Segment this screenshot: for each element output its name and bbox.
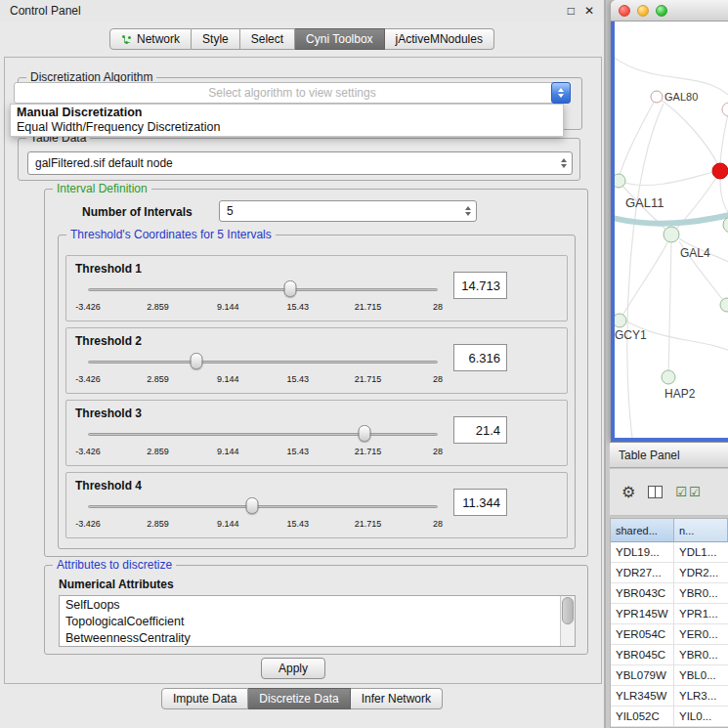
threshold-4-box: Threshold 4-3.4262.8599.14415.4321.71528…	[65, 472, 568, 538]
network-node[interactable]	[723, 217, 728, 233]
slider-thumb[interactable]	[246, 497, 259, 514]
table-cell: YDL1...	[674, 542, 728, 562]
threshold-4-slider[interactable]	[88, 497, 438, 515]
slider-scale: -3.4262.8599.14415.4321.71528	[88, 519, 438, 531]
close-panel-icon[interactable]: ✕	[584, 4, 594, 18]
tick-label: 28	[433, 302, 443, 312]
table-row[interactable]: YPR145WYPR1...	[611, 604, 728, 624]
list-scrollbar[interactable]	[560, 596, 575, 646]
network-node[interactable]	[615, 174, 625, 188]
threshold-3-box: Threshold 3-3.4262.8599.14415.4321.71528…	[65, 400, 568, 466]
tick-label: 28	[433, 519, 443, 529]
tick-label: 9.144	[217, 447, 239, 456]
table-cell: YBR045C	[611, 645, 674, 664]
tab-discretize-data[interactable]: Discretize Data	[248, 688, 350, 709]
table-body: YDL19...YDL1...YDR27...YDR2...YBR043CYBR…	[611, 542, 728, 727]
number-of-intervals-combobox[interactable]: 5	[219, 200, 477, 222]
attributes-to-discretize-group: Attributes to discretize Numerical Attri…	[44, 565, 588, 655]
tab-impute-data[interactable]: Impute Data	[161, 688, 248, 709]
table-toolbar: ⚙ ☑ ☑	[610, 469, 728, 516]
node-label: GAL4	[680, 246, 710, 260]
tick-label: 2.859	[147, 374, 169, 384]
combo-arrows-icon	[459, 201, 476, 221]
attributes-group-label: Attributes to discretize	[53, 558, 176, 572]
network-window-titlebar[interactable]	[611, 0, 728, 21]
threshold-1-label: Threshold 1	[75, 262, 142, 276]
attribute-item-selfloops[interactable]: SelfLoops	[60, 597, 560, 614]
network-node[interactable]	[615, 314, 626, 327]
algorithm-option-equal-width-frequency-discretization[interactable]: Equal Width/Frequency Discretization	[11, 120, 563, 135]
tick-label: -3.426	[75, 447, 101, 456]
minimize-window-icon[interactable]	[637, 5, 649, 17]
tab-style[interactable]: Style	[192, 28, 240, 50]
table-row[interactable]: YDL19...YDL1...	[611, 542, 728, 563]
attribute-item-topologicalcoefficient[interactable]: TopologicalCoefficient	[60, 614, 560, 630]
select-columns-icon[interactable]: ☑ ☑	[675, 486, 700, 498]
algorithm-option-manual-discretization[interactable]: Manual Discretization	[11, 106, 563, 120]
table-row[interactable]: YBL079WYBL0...	[611, 665, 728, 686]
table-row[interactable]: YIL052CYIL0...	[611, 707, 728, 727]
network-canvas[interactable]: GAL80 GAL11 GAL4 GCY1 HAP2	[611, 21, 728, 442]
slider-thumb[interactable]	[358, 425, 370, 442]
control-panel-tabstrip: NetworkStyleSelectCyni ToolboxjActiveMNo…	[0, 28, 604, 50]
checkbox-icon: ☑	[689, 486, 701, 498]
network-node[interactable]	[722, 103, 728, 116]
threshold-4-value-field[interactable]: 11.344	[453, 489, 507, 516]
slider-thumb[interactable]	[283, 280, 296, 297]
float-panel-icon[interactable]: □	[568, 4, 575, 18]
control-panel: Control Panel □ ✕ NetworkStyleSelectCyni…	[0, 0, 606, 728]
network-node[interactable]	[720, 298, 728, 312]
slider-track	[88, 433, 438, 436]
tab-cyni-toolbox[interactable]: Cyni Toolbox	[295, 28, 384, 50]
table-cell: YER0...	[674, 624, 728, 644]
tick-label: 9.144	[217, 302, 239, 312]
tick-label: 21.715	[355, 302, 382, 312]
algorithm-combobox[interactable]: Select algorithm to view settings	[14, 82, 571, 104]
tab-network[interactable]: Network	[109, 28, 192, 50]
threshold-2-slider[interactable]	[88, 353, 438, 370]
table-row[interactable]: YDR27...YDR2...	[611, 563, 728, 583]
network-and-table-area: GAL80 GAL11 GAL4 GCY1 HAP2 Table Panel ⚙…	[606, 0, 728, 728]
slider-thumb[interactable]	[190, 353, 202, 369]
gear-icon[interactable]: ⚙	[621, 485, 635, 500]
table-cell: YBR043C	[611, 583, 674, 603]
slider-track	[88, 361, 438, 364]
table-row[interactable]: YLR345WYLR3...	[611, 686, 728, 707]
threshold-3-slider[interactable]	[88, 425, 438, 443]
table-data-combobox[interactable]: galFiltered.sif default node	[27, 151, 573, 175]
tab-infer-network[interactable]: Infer Network	[351, 688, 443, 709]
threshold-3-value-field[interactable]: 21.4	[453, 416, 507, 444]
control-panel-title: Control Panel	[10, 4, 81, 18]
table-row[interactable]: YBR043CYBR0...	[611, 583, 728, 604]
attribute-item-betweennesscentrality[interactable]: BetweennessCentrality	[60, 630, 560, 647]
scrollbar-thumb[interactable]	[562, 597, 574, 624]
combo-stepper-icon[interactable]	[551, 82, 571, 104]
table-cell: YPR145W	[611, 604, 674, 623]
zoom-window-icon[interactable]	[656, 5, 667, 17]
network-node-selected[interactable]	[712, 163, 728, 179]
tab-label: Style	[202, 32, 229, 46]
tick-label: 2.859	[147, 519, 169, 529]
tick-label: 28	[433, 374, 443, 384]
threshold-1-value-field[interactable]: 14.713	[453, 272, 507, 299]
interval-definition-group: Interval Definition Number of Intervals …	[44, 189, 588, 557]
threshold-2-value-field[interactable]: 6.316	[453, 344, 507, 371]
table-row[interactable]: YBR045CYBR0...	[611, 645, 728, 665]
columns-icon[interactable]	[648, 486, 663, 498]
table-cell: YBR0...	[674, 583, 728, 603]
threshold-1-slider[interactable]	[88, 280, 438, 298]
control-panel-body: Discretization Algorithm Table Data galF…	[4, 57, 602, 684]
apply-button[interactable]: Apply	[261, 658, 325, 679]
network-node[interactable]	[651, 91, 663, 103]
column-header-2[interactable]: n...	[674, 519, 728, 542]
column-header-1[interactable]: shared...	[611, 519, 674, 542]
tab-jactivemnodules[interactable]: jActiveMNodules	[385, 28, 494, 50]
table-panel-header[interactable]: Table Panel	[610, 442, 728, 468]
tab-select[interactable]: Select	[240, 28, 295, 50]
table-row[interactable]: YER054CYER0...	[611, 624, 728, 645]
network-node[interactable]	[662, 370, 675, 384]
close-window-icon[interactable]	[619, 5, 630, 17]
network-node[interactable]	[664, 227, 679, 242]
highlighted-edge[interactable]	[615, 213, 728, 224]
tick-label: 9.144	[217, 374, 239, 384]
